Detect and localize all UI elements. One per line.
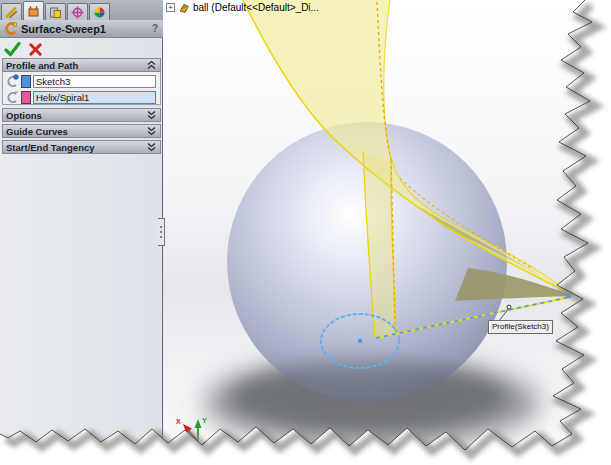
cancel-button[interactable] bbox=[28, 42, 43, 57]
feature-tree-item[interactable]: + ball (Default<<Default>_Di... bbox=[166, 1, 319, 14]
part-icon bbox=[178, 2, 190, 14]
panel-splitter-grip[interactable] bbox=[158, 218, 165, 246]
profile-color-chip bbox=[21, 75, 31, 88]
group-header-start-end-tangency[interactable]: Start/End Tangency bbox=[2, 140, 161, 154]
path-selection-row: Helix/Spiral1 bbox=[3, 89, 160, 105]
tab-dimxpertmanager[interactable] bbox=[67, 3, 88, 20]
tab-configurationmanager[interactable] bbox=[45, 3, 66, 20]
expand-chevron-down-icon[interactable] bbox=[146, 126, 157, 136]
3d-scene: X Y bbox=[163, 0, 611, 465]
property-manager-header: Surface-Sweep1 ? bbox=[0, 20, 163, 38]
group-label: Start/End Tangency bbox=[6, 142, 146, 153]
tab-featuremanager-tree[interactable] bbox=[1, 3, 22, 20]
triad-x-label: X bbox=[176, 418, 181, 425]
group-header-options[interactable]: Options bbox=[2, 108, 161, 122]
profile-selection-input[interactable]: Sketch3 bbox=[33, 75, 156, 88]
triad-y-label: Y bbox=[202, 417, 207, 424]
confirm-row bbox=[4, 39, 159, 59]
surface-sweep-icon bbox=[3, 21, 18, 36]
displaymanager-tab-icon bbox=[92, 6, 107, 19]
group-body-profile-and-path: Sketch3 Helix/Spiral1 bbox=[2, 72, 161, 105]
expand-chevron-down-icon[interactable] bbox=[146, 142, 157, 152]
tab-displaymanager[interactable] bbox=[89, 3, 110, 20]
circle-center-point[interactable] bbox=[358, 339, 362, 343]
dimxpertmanager-tab-icon bbox=[70, 6, 85, 19]
tab-propertymanager[interactable] bbox=[23, 1, 44, 20]
graphics-viewport[interactable]: X Y + ball (Default<<Default>_Di... Prof… bbox=[163, 0, 611, 465]
property-manager-panel: Surface-Sweep1 ? Profile and Path bbox=[0, 0, 163, 465]
ok-button[interactable] bbox=[4, 41, 21, 57]
path-selection-input[interactable]: Helix/Spiral1 bbox=[33, 91, 156, 104]
profile-selection-row: Sketch3 bbox=[3, 73, 160, 89]
tree-expand-icon[interactable]: + bbox=[166, 3, 175, 12]
configurationmanager-tab-icon bbox=[48, 6, 63, 19]
featuremanager-tree-tab-icon bbox=[4, 6, 19, 19]
solidworks-window: X Y + ball (Default<<Default>_Di... Prof… bbox=[0, 0, 611, 465]
group-header-profile-and-path[interactable]: Profile and Path bbox=[2, 58, 161, 72]
panel-tab-bar bbox=[0, 0, 163, 21]
sweep-profile-icon bbox=[3, 73, 21, 89]
group-header-guide-curves[interactable]: Guide Curves bbox=[2, 124, 161, 138]
panel-title: Surface-Sweep1 bbox=[21, 23, 152, 35]
propertymanager-tab-icon bbox=[26, 5, 41, 18]
tree-item-label: ball (Default<<Default>_Di... bbox=[193, 2, 319, 13]
sweep-path-icon bbox=[3, 89, 21, 105]
group-label: Guide Curves bbox=[6, 126, 146, 137]
profile-callout: Profile(Sketch3) bbox=[488, 320, 553, 334]
collapse-chevron-up-icon[interactable] bbox=[146, 60, 157, 70]
expand-chevron-down-icon[interactable] bbox=[146, 110, 157, 120]
profile-endpoint[interactable] bbox=[566, 293, 571, 298]
path-color-chip bbox=[21, 91, 31, 104]
help-button[interactable]: ? bbox=[152, 23, 160, 34]
group-label: Options bbox=[6, 110, 146, 121]
group-label: Profile and Path bbox=[6, 60, 146, 71]
sphere-bottom-shade bbox=[230, 360, 506, 432]
